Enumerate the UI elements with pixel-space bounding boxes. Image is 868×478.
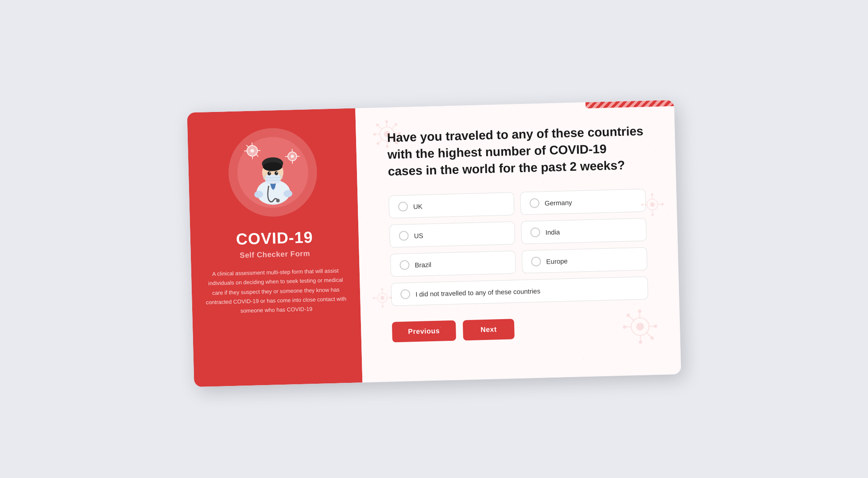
- svg-point-43: [376, 123, 379, 126]
- left-panel: COVID-19 Self Checker Form A clinical as…: [187, 108, 362, 387]
- svg-point-84: [380, 296, 384, 300]
- doctor-illustration: [227, 127, 318, 218]
- svg-point-65: [647, 199, 658, 210]
- right-panel: Have you traveled to any of these countr…: [355, 100, 681, 383]
- svg-point-73: [661, 203, 663, 205]
- radio-us: [399, 231, 409, 241]
- option-us-label: US: [414, 232, 423, 240]
- option-europe-label: Europe: [546, 257, 568, 265]
- svg-point-74: [650, 202, 655, 207]
- question-text: Have you traveled to any of these countr…: [387, 123, 645, 180]
- option-none[interactable]: I did not travelled to any of these coun…: [391, 277, 648, 306]
- progress-stripe: [585, 100, 674, 108]
- radio-europe: [531, 257, 541, 267]
- app-description: A clinical assessment multi-step form th…: [205, 266, 348, 317]
- svg-point-47: [395, 123, 397, 126]
- svg-point-69: [651, 213, 654, 216]
- svg-line-6: [246, 145, 248, 147]
- svg-point-59: [654, 324, 657, 328]
- radio-brazil: [399, 260, 410, 270]
- app-title: COVID-19: [236, 228, 313, 249]
- option-uk-label: UK: [413, 203, 422, 211]
- svg-point-53: [638, 309, 642, 313]
- svg-point-35: [385, 120, 388, 123]
- option-none-label: I did not travelled to any of these coun…: [415, 287, 540, 298]
- option-uk[interactable]: UK: [388, 193, 514, 219]
- option-germany-label: Germany: [545, 199, 572, 207]
- app-subtitle: Self Checker Form: [240, 249, 310, 260]
- options-grid: UK Germany US India Brazil Europe: [388, 189, 648, 306]
- radio-india: [530, 227, 540, 238]
- svg-point-55: [639, 340, 642, 344]
- option-brazil-label: Brazil: [415, 261, 431, 269]
- radio-germany: [530, 198, 540, 208]
- option-us[interactable]: US: [389, 222, 515, 248]
- option-india-label: India: [545, 228, 560, 236]
- svg-point-77: [381, 288, 384, 290]
- option-europe[interactable]: Europe: [522, 247, 647, 274]
- svg-point-49: [376, 142, 379, 145]
- svg-line-42: [378, 126, 382, 129]
- svg-point-75: [378, 293, 388, 303]
- buttons-row: Previous Next: [392, 316, 649, 343]
- svg-point-67: [651, 193, 653, 196]
- previous-button[interactable]: Previous: [392, 320, 456, 343]
- option-india[interactable]: India: [521, 218, 647, 244]
- option-brazil[interactable]: Brazil: [390, 251, 516, 277]
- next-button[interactable]: Next: [462, 319, 515, 341]
- svg-point-39: [373, 133, 376, 135]
- svg-rect-25: [265, 174, 281, 184]
- radio-none: [400, 289, 411, 300]
- card-container: COVID-19 Self Checker Form A clinical as…: [187, 100, 681, 387]
- svg-line-48: [379, 139, 382, 143]
- option-germany[interactable]: Germany: [520, 189, 646, 215]
- svg-point-81: [373, 297, 375, 299]
- radio-uk: [398, 202, 408, 212]
- svg-point-63: [650, 336, 654, 340]
- svg-point-79: [382, 305, 384, 308]
- svg-line-46: [391, 125, 395, 129]
